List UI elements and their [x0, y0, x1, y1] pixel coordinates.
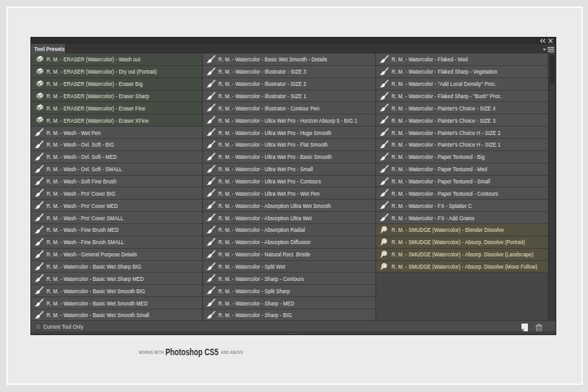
smudge-icon	[379, 225, 389, 234]
works-with-text: WORKS WITH	[139, 350, 164, 355]
preset-row[interactable]: R. M. - Watercolor - Ultra Wet Pro - Fla…	[203, 139, 375, 151]
preset-row[interactable]: R. M. - Wash - Ovl. Soft - SMALL	[31, 163, 202, 176]
preset-row[interactable]: R. M. - ERASER (Watercolor) - Eraser Big	[31, 78, 202, 90]
preset-label: R. M. - Watercolor - Natural Rect. Brist…	[218, 251, 311, 258]
brush-icon	[206, 286, 216, 295]
preset-row[interactable]: R. M. - Watercolor - Basic Wet Sharp MED	[31, 273, 202, 285]
new-preset-icon[interactable]	[521, 322, 529, 330]
preset-row[interactable]: R. M. - Watercolor - Illustrator - SIZE …	[203, 66, 375, 78]
preset-row[interactable]: R. M. - Watercolor - Ultra Wet Pro - Hor…	[203, 114, 375, 127]
preset-row[interactable]: R. M. - ERASER (Watercolor) - Eraser Fin…	[31, 102, 202, 114]
preset-row[interactable]: R. M. - ERASER (Watercolor) - Dry out (P…	[31, 66, 202, 78]
preset-label: R. M. - SMUDGE (Watercolor) - Absorp. Di…	[392, 263, 537, 270]
preset-row[interactable]: R. M. - Watercolor - Paper Textured - Me…	[376, 163, 548, 176]
drag-handle-dots[interactable]	[288, 333, 300, 334]
preset-row[interactable]: R. M. - Watercolor - Ultra Wet Pro - Sma…	[203, 163, 375, 176]
preset-row[interactable]: R. M. - Watercolor - Illustrator - Conto…	[203, 102, 375, 114]
preset-label: R. M. - ERASER (Watercolor) - Eraser Sha…	[47, 92, 149, 99]
preset-row[interactable]: R. M. - Watercolor - Sharp - Contours	[203, 273, 375, 285]
preset-row[interactable]: R. M. - Watercolor - "Add Local Density"…	[376, 78, 548, 90]
eraser-icon	[34, 92, 44, 101]
preset-row[interactable]: R. M. - Wash - Fine Brush SMALL	[31, 236, 202, 249]
preset-row[interactable]: R. M. - Watercolor - Absorption Ultra We…	[203, 212, 375, 224]
brush-icon	[379, 201, 389, 210]
preset-row[interactable]: R. M. - Watercolor - FX - Splatter C	[376, 200, 548, 212]
preset-row[interactable]: R. M. - Watercolor - Flaked Sharp - "Bus…	[376, 90, 548, 103]
scrollbar-track[interactable]	[548, 54, 556, 322]
eraser-icon	[34, 116, 44, 125]
preset-label: R. M. - Watercolor - Painter's Choice - …	[392, 116, 496, 123]
preset-label: R. M. - Wash - Pro' Cover SMALL	[47, 214, 123, 221]
preset-row[interactable]: R. M. - Watercolor - Split Wet	[203, 261, 375, 273]
preset-row[interactable]: R. M. - Wash - Fine Brush MED	[31, 224, 202, 236]
trash-icon[interactable]	[535, 322, 543, 330]
preset-row[interactable]: R. M. - SMUDGE (Watercolor) - Absorp. Di…	[376, 249, 548, 261]
current-tool-only-label[interactable]: Current Tool Only	[43, 321, 83, 332]
preset-label: R. M. - ERASER (Watercolor) - Eraser XFi…	[47, 116, 149, 123]
preset-row[interactable]: R. M. - Watercolor - Paper Textured - Sm…	[376, 176, 548, 188]
preset-row[interactable]: R. M. - Watercolor - Ultra Wet Pro - Hug…	[203, 127, 375, 139]
preset-row[interactable]: R. M. - Watercolor - Paper Textured - Co…	[376, 187, 548, 200]
preset-row[interactable]: R. M. - Watercolor - Absorption Diffusio…	[203, 236, 375, 249]
preset-row[interactable]: R. M. - SMUDGE (Watercolor) - Absorp. Di…	[376, 261, 548, 273]
preset-row[interactable]: R. M. - Watercolor - Absorption Ultra We…	[203, 200, 375, 212]
preset-row[interactable]: R. M. - Watercolor - Ultra Wet Pro - Con…	[203, 176, 375, 188]
scrollbar-thumb[interactable]	[550, 55, 555, 83]
resize-grip-icon[interactable]	[547, 326, 556, 335]
tab-tool-presets[interactable]: Tool Presets	[31, 44, 66, 54]
preset-label: R. M. - Watercolor - Paper Textured - Sm…	[392, 178, 490, 185]
preset-row[interactable]: R. M. - Watercolor - Basic Wet Smooth ME…	[31, 297, 202, 309]
preset-row[interactable]: R. M. - Wash - Ovl. Soft - BIG	[31, 139, 202, 151]
preset-row[interactable]: R. M. - Wash - Ovl. Soft - MED	[31, 151, 202, 163]
preset-row[interactable]: R. M. - Watercolor - Painter's Choice H …	[376, 139, 548, 151]
preset-row[interactable]: R. M. - Wash - Pro' Cover MED	[31, 200, 202, 212]
preset-row[interactable]: R. M. - SMUDGE (Watercolor) - Blender Di…	[376, 224, 548, 236]
preset-row[interactable]: R. M. - Watercolor - Paper Textured - Bi…	[376, 151, 548, 163]
preset-label: R. M. - Wash - Pro' Cover MED	[47, 201, 118, 209]
preset-row[interactable]: R. M. - Watercolor - Absorption Radial	[203, 224, 375, 236]
preset-row[interactable]: R. M. - Watercolor - Illustrator - SIZE …	[203, 78, 375, 90]
brush-icon	[206, 262, 216, 271]
preset-row[interactable]: R. M. - Wash - Pro' Cover BIG	[31, 187, 202, 200]
preset-row[interactable]: R. M. - Watercolor - Basic Wet Smooth BI…	[31, 285, 202, 297]
preset-row[interactable]: R. M. - Watercolor - Painter's Choice - …	[376, 114, 548, 127]
preset-row[interactable]: R. M. - Watercolor - Sharp - MED	[203, 297, 375, 309]
preset-row[interactable]: R. M. - Watercolor - Ultra Wet Pro - Bas…	[203, 151, 375, 163]
preset-label: R. M. - Watercolor - Paper Textured - Bi…	[392, 153, 485, 160]
brush-icon	[379, 140, 389, 149]
preset-row[interactable]: R. M. - Wash - Pro' Cover SMALL	[31, 212, 202, 224]
collapse-to-icons-icon[interactable]	[539, 38, 547, 44]
preset-row[interactable]: R. M. - Watercolor - Basic Wet Sharp BIG	[31, 261, 202, 273]
preset-label: R. M. - Watercolor - Painter's Choice H …	[392, 141, 501, 148]
preset-row[interactable]: R. M. - Watercolor - Flaked - Med	[376, 54, 548, 66]
preset-row[interactable]: R. M. - Watercolor - Natural Rect. Brist…	[203, 249, 375, 261]
preset-label: R. M. - Watercolor - Absorption Ultra We…	[218, 201, 331, 209]
preset-row[interactable]: R. M. - Watercolor - Ultra Wet Pro - Wet…	[203, 187, 375, 200]
preset-row[interactable]: R. M. - Wash - Wet Pen	[31, 127, 202, 139]
preset-row[interactable]: R. M. - Watercolor - Illustrator - SIZE …	[203, 90, 375, 103]
preset-row[interactable]: R. M. - Wash - General Purpose Details	[31, 249, 202, 261]
preset-row[interactable]: R. M. - ERASER (Watercolor) - Eraser Sha…	[31, 90, 202, 103]
preset-label: R. M. - ERASER (Watercolor) - Eraser Fin…	[47, 104, 145, 111]
panel-bottom-bar: Current Tool Only	[31, 320, 556, 331]
preset-row[interactable]: R. M. - SMUDGE (Watercolor) - Absorp. Di…	[376, 236, 548, 249]
preset-row[interactable]: R. M. - ERASER (Watercolor) - Eraser XFi…	[31, 114, 202, 127]
current-tool-only-checkbox[interactable]	[35, 324, 41, 330]
preset-label: R. M. - Watercolor - Split Sharp	[218, 287, 290, 294]
preset-label: R. M. - Watercolor - Flaked - Med	[392, 56, 468, 63]
close-icon[interactable]	[547, 38, 554, 44]
brush-icon	[34, 262, 44, 271]
preset-row[interactable]: R. M. - Watercolor - Flaked Sharp - Vege…	[376, 66, 548, 78]
preset-row[interactable]: R. M. - Watercolor - Painter's Choice H …	[376, 127, 548, 139]
preset-row[interactable]: R. M. - Watercolor - Painter's Choice - …	[376, 102, 548, 114]
panel-resize-edge[interactable]	[31, 331, 556, 335]
preset-row[interactable]: R. M. - Watercolor - FX - Add Grains	[376, 212, 548, 224]
preset-row[interactable]: R. M. - Wash - Soft Fine Brush	[31, 176, 202, 188]
preset-row[interactable]: R. M. - Watercolor - Basic Wet Smooth - …	[203, 54, 375, 66]
preset-row[interactable]: R. M. - Watercolor - Split Sharp	[203, 285, 375, 297]
brush-icon	[379, 103, 389, 112]
preset-column-2: R. M. - Watercolor - Basic Wet Smooth - …	[202, 54, 375, 322]
preset-row[interactable]: R. M. - ERASER (Watercolor) - Wash out	[31, 54, 202, 66]
panel-menu-icon[interactable]	[541, 46, 556, 54]
preset-label: R. M. - Watercolor - Ultra Wet Pro - Fla…	[218, 141, 328, 148]
